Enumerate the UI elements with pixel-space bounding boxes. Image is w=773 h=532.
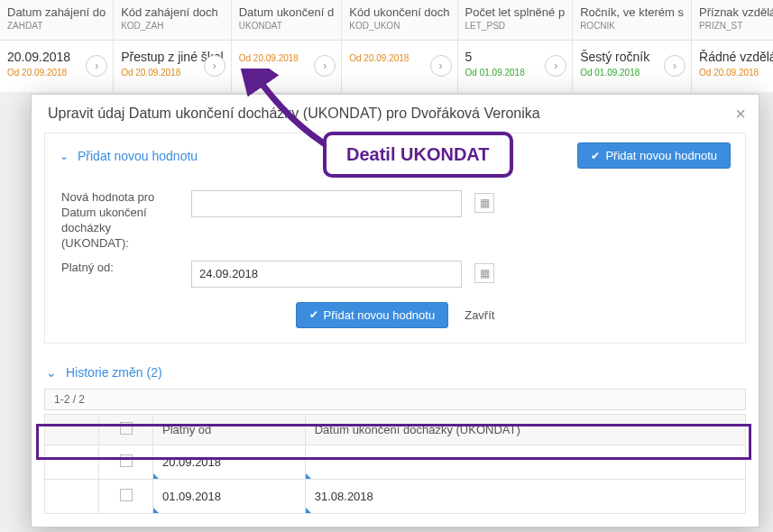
cell[interactable]: Od 20.09.2018› [342,40,457,92]
select-all-checkbox[interactable] [120,422,133,435]
col-label: Ročník, ve kterém s [580,5,684,19]
col-code: PRIZN_ST [699,21,773,31]
cell-ukondat [305,445,745,479]
cell[interactable]: Šestý ročníkOd 01.09.2018› [573,40,692,92]
close-icon[interactable]: × [735,104,746,124]
col-label: Datum ukončení d [239,5,335,19]
close-link[interactable]: Zavřít [465,308,494,322]
col-code: ZAHDAT [7,21,106,31]
col-code: UKONDAT [239,21,335,31]
col-code: KOD_UKON [349,21,449,31]
valid-from-input[interactable] [191,261,462,288]
col-code: KOD_ZAH [121,21,224,31]
cell-valid-from: 01.09.2018 [153,479,306,513]
chevron-right-icon[interactable]: › [204,55,225,77]
col-label: Kód ukončení doch [349,5,449,19]
annotation-badge: Deatil UKONDAT [323,132,513,178]
cell[interactable]: Řádné vzděláváníOd 20.09.2018› [692,40,773,92]
history-range: 1-2 / 2 [44,389,746,410]
modal-title: Upravit údaj Datum ukončení docházky (UK… [48,105,540,121]
table-row[interactable]: 20.09.2018 [45,445,746,479]
chevron-down-icon: ⌄ [60,150,69,162]
cell-value: Řádné vzdělávání [699,50,773,64]
chevron-down-icon: ⌄ [46,365,57,380]
cell[interactable]: 5Od 01.09.2018› [457,40,573,92]
table-row[interactable]: 01.09.201831.08.2018 [45,479,746,513]
add-value-button[interactable]: ✔ Přidat novou hodnotu [296,302,449,328]
column-header[interactable]: Počet let splněné pLET_PSD [457,0,573,40]
panel-toggle[interactable]: ⌄ Přidat novou hodnotu [60,149,198,163]
history-title: Historie změn (2) [66,365,162,380]
calendar-icon[interactable]: ▦ [474,263,494,283]
check-icon: ✔ [309,308,318,321]
column-header[interactable]: Datum ukončení dUKONDAT [231,0,342,40]
chevron-right-icon[interactable]: › [430,55,452,77]
check-icon: ✔ [591,150,600,162]
history-toggle[interactable]: ⌄ Historie změn (2) [32,356,759,389]
history-table: Platný od Datum ukončení docházky (UKOND… [44,414,746,514]
column-header[interactable]: Ročník, ve kterém sROCNIK [573,0,692,40]
calendar-icon[interactable]: ▦ [474,193,494,213]
cell[interactable]: Přestup z jiné školOd 20.09.2018› [114,40,232,92]
col-label: Datum zahájení do [7,5,106,19]
col-label: Kód zahájení doch [121,5,224,19]
cell-from: Od 20.09.2018 [699,68,773,78]
chevron-right-icon[interactable]: › [545,55,566,77]
col-valid-from: Platný od [153,414,306,445]
data-grid: Datum zahájení doZAHDATKód zahájení doch… [0,0,773,92]
row-checkbox[interactable] [120,489,133,501]
chevron-right-icon[interactable]: › [314,55,336,77]
col-code: ROCNIK [580,21,684,31]
column-header[interactable]: Příznak vzděláváníPRIZN_ST [692,0,773,40]
modal-title-bar: Upravit údaj Datum ukončení docházky (UK… [32,95,759,133]
submit-label: Přidat novou hodnotu [324,308,436,322]
column-header[interactable]: Kód zahájení dochKOD_ZAH [114,0,232,40]
label-new-value: Nová hodnota pro Datum ukončení docházky… [61,190,179,252]
col-label: Počet let splněné p [465,5,566,19]
col-label: Příznak vzdělávání [699,5,773,19]
cell-ukondat: 31.08.2018 [305,479,745,513]
cell[interactable]: Od 20.09.2018› [231,40,342,92]
col-ukondat: Datum ukončení docházky (UKONDAT) [305,414,745,445]
new-value-input[interactable] [191,190,462,217]
panel-title-text: Přidat novou hodnotu [78,149,198,163]
col-code: LET_PSD [465,21,566,31]
add-button-label: Přidat novou hodnotu [605,149,717,162]
chevron-right-icon[interactable]: › [664,55,686,77]
chevron-right-icon[interactable]: › [86,55,107,77]
row-checkbox[interactable] [120,454,133,467]
cell-valid-from: 20.09.2018 [153,445,306,479]
column-header[interactable]: Datum zahájení doZAHDAT [0,0,114,40]
label-valid-from: Platný od: [61,261,179,276]
column-header[interactable]: Kód ukončení dochKOD_UKON [342,0,457,40]
cell[interactable]: 20.09.2018Od 20.09.2018› [0,40,114,92]
add-value-button-top[interactable]: ✔ Přidat novou hodnotu [577,142,731,169]
